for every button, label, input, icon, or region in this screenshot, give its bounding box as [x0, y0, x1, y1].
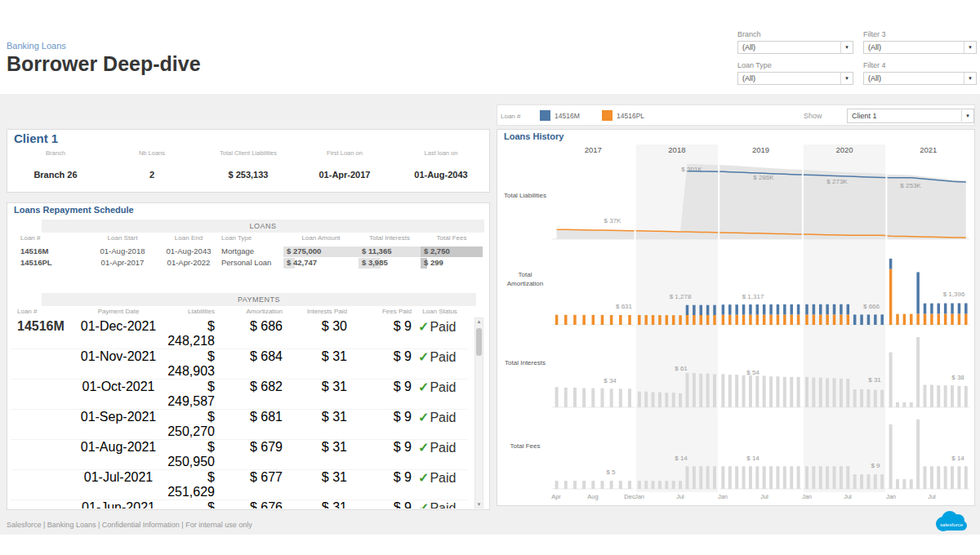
interests-bar-cell: $ 11,365 [359, 246, 421, 257]
legend-swatch-14516M[interactable] [540, 110, 550, 121]
loans-table-row[interactable]: 14516M 01-Aug-2018 01-Aug-2043 Mortgage … [11, 246, 488, 257]
paid-status-icon: ✓ [418, 380, 426, 395]
paid-status-icon: ✓ [418, 349, 426, 365]
interests-bar-cell: $ 3,985 [359, 257, 421, 269]
legend-item-14516PL[interactable]: 14516PL [617, 112, 644, 120]
paid-status-icon: ✓ [418, 470, 426, 486]
chevron-down-icon[interactable]: ▼ [961, 110, 973, 122]
loan-status-badge: ✓ Paid [412, 319, 468, 349]
svg-text:$ 253K: $ 253K [900, 182, 921, 189]
svg-text:$ 666: $ 666 [863, 303, 880, 310]
legend-swatch-14516PL[interactable] [602, 110, 612, 121]
client-summary-card: Client 1 BranchBranch 26 Nb Loans2 Total… [7, 129, 490, 193]
svg-text:Aug: Aug [587, 493, 598, 500]
svg-text:Total Fees: Total Fees [510, 442, 541, 450]
filter-4-value: (All) [868, 74, 881, 82]
svg-text:Jan: Jan [802, 493, 812, 500]
svg-text:$ 14: $ 14 [951, 455, 964, 462]
filter-3: Filter 3 (All) ▼ [863, 30, 977, 54]
svg-text:2018: 2018 [668, 145, 685, 154]
svg-text:$ 34: $ 34 [604, 377, 617, 384]
filter-loan-type-label: Loan Type [737, 61, 853, 69]
payments-row[interactable]: 14516M01-Dec-2021$ 248,218$ 686$ 30$ 9✓ … [11, 319, 468, 349]
chevron-down-icon[interactable]: ▼ [840, 42, 853, 53]
svg-text:$ 9: $ 9 [871, 462, 880, 469]
show-client-dropdown[interactable]: Client 1 ▼ [847, 109, 974, 123]
svg-text:Jan: Jan [635, 493, 644, 500]
breadcrumb-banking-loans[interactable]: Banking Loans [7, 41, 66, 51]
filter-loan-type-value: (All) [742, 74, 755, 82]
scrollbar-thumb[interactable] [476, 328, 482, 356]
svg-text:$ 38: $ 38 [951, 374, 964, 381]
chevron-down-icon[interactable]: ▼ [964, 73, 976, 84]
svg-text:Total Interests: Total Interests [505, 359, 546, 366]
svg-text:Amortization: Amortization [507, 280, 543, 287]
fees-bar-cell: $ 299 [421, 257, 483, 269]
svg-text:$ 31: $ 31 [868, 376, 881, 384]
svg-text:$ 14: $ 14 [675, 455, 688, 462]
svg-text:$ 631: $ 631 [616, 303, 633, 310]
svg-text:$ 54: $ 54 [746, 369, 760, 376]
payments-row[interactable]: 01-Aug-2021$ 250,950$ 679$ 31$ 9✓ Paid [11, 440, 468, 470]
svg-text:$ 37K: $ 37K [604, 217, 622, 224]
kpi-total-liabilities: Total Client Liabilities$ 253,133 [200, 148, 296, 180]
legend-item-14516M[interactable]: 14516M [555, 112, 580, 120]
svg-text:Jan: Jan [886, 493, 896, 500]
svg-text:2020: 2020 [836, 145, 853, 154]
payments-table-body[interactable]: 14516M01-Dec-2021$ 248,218$ 686$ 30$ 9✓ … [11, 319, 468, 508]
filter-loan-type-dropdown[interactable]: (All) ▼ [737, 72, 853, 85]
client-kpis: BranchBranch 26 Nb Loans2 Total Client L… [7, 148, 489, 180]
loans-history-chart[interactable]: 20172018201920202021Total LiabilitiesTot… [498, 141, 975, 505]
chevron-down-icon[interactable]: ▼ [964, 42, 976, 53]
paid-status-icon: ✓ [418, 319, 426, 335]
payments-row[interactable]: 01-Jun-2021$ 252,307$ 676$ 31$ 9✓ Paid [11, 500, 468, 508]
svg-text:Dec: Dec [624, 493, 635, 500]
salesforce-logo: salesforce [931, 509, 970, 539]
filter-loan-type: Loan Type (All) ▼ [737, 61, 853, 85]
loan-status-badge: ✓ Paid [412, 349, 468, 379]
filter-3-dropdown[interactable]: (All) ▼ [863, 41, 977, 54]
svg-text:Jan: Jan [718, 493, 728, 500]
filter-branch-value: (All) [742, 43, 755, 51]
filter-4-label: Filter 4 [863, 61, 977, 69]
chevron-down-icon[interactable]: ▼ [840, 73, 853, 84]
amount-bar-cell: $ 42,747 [283, 257, 359, 269]
payments-band: PAYMENTS [42, 293, 476, 306]
svg-text:$ 286K: $ 286K [753, 174, 774, 181]
filter-4-dropdown[interactable]: (All) ▼ [863, 72, 977, 85]
show-label: Show [804, 112, 822, 120]
loans-table-row[interactable]: 14516PL 01-Apr-2017 01-Apr-2022 Personal… [11, 257, 488, 269]
loan-status-badge: ✓ Paid [412, 440, 468, 469]
svg-text:$ 61: $ 61 [675, 365, 688, 372]
legend-title: Loan # [501, 113, 520, 120]
salesforce-logo-text: salesforce [940, 522, 964, 527]
paid-status-icon: ✓ [418, 440, 426, 455]
svg-text:$ 5: $ 5 [606, 468, 616, 476]
payments-row[interactable]: 01-Jul-2021$ 251,629$ 677$ 31$ 9✓ Paid [11, 470, 468, 500]
svg-text:Jul: Jul [760, 493, 768, 500]
scroll-up-icon[interactable]: ▲ [475, 319, 483, 324]
svg-text:2019: 2019 [752, 145, 769, 154]
payments-scrollbar[interactable]: ▲ ▼ [474, 317, 483, 508]
svg-text:$ 1,278: $ 1,278 [670, 293, 692, 300]
payments-row[interactable]: 01-Sep-2021$ 250,270$ 681$ 31$ 9✓ Paid [11, 410, 468, 440]
payments-row[interactable]: 01-Oct-2021$ 249,587$ 682$ 31$ 9✓ Paid [11, 380, 468, 410]
filter-branch-dropdown[interactable]: (All) ▼ [737, 41, 853, 54]
history-section-title: Loans History [504, 131, 564, 141]
loan-status-badge: ✓ Paid [412, 500, 468, 508]
loans-repayment-card: Loans Repayment Schedule LOANS Loan # Lo… [7, 202, 490, 510]
svg-text:Apr: Apr [551, 493, 561, 500]
loans-band: LOANS [42, 220, 484, 233]
svg-text:Jul: Jul [676, 493, 684, 500]
payments-row[interactable]: 01-Nov-2021$ 248,903$ 684$ 31$ 9✓ Paid [11, 349, 468, 380]
show-client-value: Client 1 [852, 112, 877, 120]
filter-3-label: Filter 3 [863, 30, 977, 38]
svg-text:$ 273K: $ 273K [826, 178, 848, 185]
scroll-down-icon[interactable]: ▼ [475, 502, 483, 507]
fees-bar-cell: $ 2,750 [421, 246, 483, 257]
chart-legend-strip: Loan # 14516M 14516PL Show Client 1 ▼ [497, 104, 975, 126]
payments-table-header: Loan # Payment Date Liabilities Amortiza… [11, 308, 468, 315]
kpi-first-loan: First Loan on01-Apr-2017 [296, 148, 393, 180]
filter-3-value: (All) [868, 43, 881, 51]
footer-text: Salesforce | Banking Loans | Confidentia… [7, 521, 252, 529]
